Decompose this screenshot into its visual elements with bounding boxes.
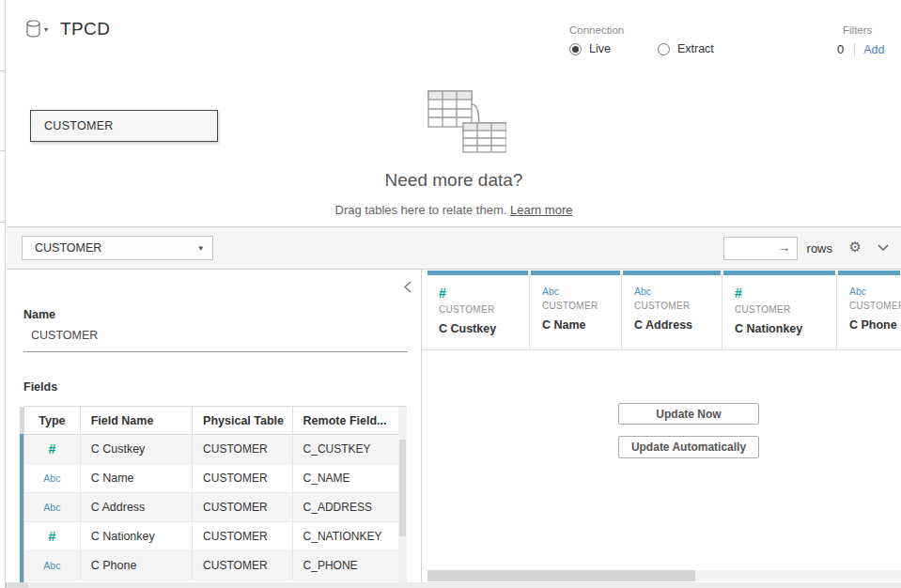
fields-table: Type Field Name Physical Table Remote Fi… (23, 406, 407, 588)
physical-table-cell: CUSTOMER (193, 493, 292, 521)
chevron-down-icon[interactable] (878, 244, 889, 252)
column-field-label: C Name (542, 318, 621, 332)
grid-column-header[interactable]: # CUSTOMER C Nationkey (723, 271, 837, 349)
rows-label: rows (807, 241, 832, 255)
collapse-panel-icon[interactable] (402, 279, 413, 295)
filters-block: Filters 0 Add (837, 24, 901, 56)
column-table-label: CUSTOMER (735, 304, 836, 315)
grid-hscrollbar-thumb[interactable] (427, 570, 695, 581)
datasource-title: TPCD (60, 19, 110, 39)
table-row[interactable]: Abc C Phone CUSTOMER C_PHONE (24, 551, 406, 580)
field-name-cell: C Name (81, 464, 193, 492)
column-accent-bar (427, 271, 528, 275)
empty-state-title: Need more data? (7, 170, 901, 191)
col-header-type[interactable]: Type (24, 407, 81, 434)
remote-field-cell: C_PHONE (293, 551, 406, 580)
column-field-label: C Nationkey (735, 322, 836, 335)
fields-scrollbar-thumb[interactable] (399, 440, 406, 536)
database-caret-icon[interactable]: ▾ (44, 25, 48, 34)
column-accent-bar (623, 271, 721, 275)
physical-table-cell: CUSTOMER (193, 464, 292, 492)
table-toolbar: CUSTOMER ▾ → rows ⚙ (7, 226, 901, 270)
radio-extract[interactable]: Extract (658, 42, 714, 55)
grid-hscrollbar-track (427, 570, 901, 581)
grid-column-header[interactable]: Abc CUSTOMER C Name (531, 271, 622, 349)
filters-separator (854, 43, 855, 56)
relationship-canvas: ▾ TPCD Connection Live Extract Filters 0… (7, 0, 901, 226)
table-row[interactable]: # C Custkey CUSTOMER C_CUSTKEY (24, 435, 406, 464)
learn-more-link[interactable]: Learn more (510, 203, 572, 217)
grid-column-header[interactable]: Abc CUSTOMER C Address (623, 271, 722, 349)
radio-live[interactable]: Live (569, 42, 611, 55)
update-automatically-button[interactable]: Update Automatically (618, 436, 759, 458)
name-field-underline (23, 351, 408, 352)
table-details-panel: Name CUSTOMER Fields Type Field Name Phy… (7, 270, 421, 588)
string-type-icon: Abc (43, 560, 60, 571)
go-arrow-icon[interactable]: → (778, 240, 790, 255)
column-field-label: C Custkey (439, 322, 529, 335)
add-filter-link[interactable]: Add (863, 43, 884, 56)
connection-label: Connection (569, 24, 785, 36)
bottom-corner-square (8, 582, 28, 588)
field-name-cell: C Custkey (81, 435, 193, 463)
string-type-icon: Abc (849, 286, 901, 297)
col-header-remote-field[interactable]: Remote Field... (293, 407, 406, 434)
left-collapsed-rail (0, 0, 6, 588)
remote-field-cell: C_ADDRESS (293, 493, 406, 521)
radio-selected-icon[interactable] (569, 43, 582, 55)
remote-field-cell: C_CUSTKEY (293, 435, 406, 463)
gear-icon[interactable]: ⚙ (849, 240, 862, 254)
table-row[interactable]: # C Nationkey CUSTOMER C_NATIONKEY (24, 522, 406, 551)
fields-label: Fields (23, 380, 57, 394)
filters-count: 0 (837, 42, 844, 56)
field-name-cell: C Nationkey (81, 522, 193, 550)
table-row[interactable]: Abc C Address CUSTOMER C_ADDRESS (24, 493, 406, 522)
number-type-icon: # (735, 286, 836, 301)
string-type-icon: Abc (542, 286, 621, 297)
rail-divider (0, 70, 6, 71)
rail-divider (0, 150, 6, 151)
physical-table-cell: CUSTOMER (193, 522, 292, 550)
rail-divider (0, 222, 6, 223)
radio-live-label: Live (589, 42, 611, 55)
string-type-icon: Abc (634, 286, 722, 297)
col-header-physical-table[interactable]: Physical Table (193, 407, 292, 434)
col-header-field-name[interactable]: Field Name (81, 407, 193, 434)
number-type-icon: # (48, 529, 55, 544)
fields-table-accent-header (20, 407, 23, 434)
update-now-button[interactable]: Update Now (618, 403, 759, 425)
bottom-edge-strip (0, 582, 901, 588)
number-type-icon: # (439, 286, 529, 301)
number-type-icon: # (48, 441, 55, 456)
fields-table-accent-selected (20, 434, 23, 588)
fields-scrollbar-track (398, 407, 407, 588)
empty-state-text: Drag tables here to relate them. (335, 203, 510, 217)
table-name-field[interactable]: CUSTOMER (31, 329, 98, 342)
physical-table-cell: CUSTOMER (193, 435, 292, 463)
table-row[interactable]: Abc C Name CUSTOMER C_NAME (24, 464, 406, 493)
column-table-label: CUSTOMER (542, 301, 621, 311)
radio-unselected-icon[interactable] (658, 43, 670, 55)
table-select-value: CUSTOMER (35, 241, 101, 255)
column-field-label: C Phone (849, 318, 901, 332)
empty-state-subtitle: Drag tables here to relate them. Learn m… (7, 203, 901, 217)
column-accent-bar (838, 271, 900, 275)
column-table-label: CUSTOMER (634, 301, 722, 311)
fields-table-header: Type Field Name Physical Table Remote Fi… (24, 407, 406, 435)
physical-table-cell: CUSTOMER (193, 551, 292, 580)
rows-input-box: → (723, 237, 798, 260)
database-icon[interactable] (25, 20, 41, 39)
canvas-empty-state: Need more data? Drag tables here to rela… (7, 89, 901, 217)
grid-column-header[interactable]: Abc CUSTOMER C Phone (838, 271, 901, 349)
table-select-dropdown[interactable]: CUSTOMER ▾ (22, 236, 213, 260)
remote-field-cell: C_NATIONKEY (293, 522, 406, 550)
grid-header-border (422, 349, 901, 350)
column-accent-bar (531, 271, 620, 275)
name-label: Name (23, 308, 55, 321)
field-name-cell: C Address (81, 493, 193, 521)
rows-input[interactable] (728, 239, 780, 258)
dropdown-caret-icon: ▾ (198, 243, 203, 253)
grid-column-header[interactable]: # CUSTOMER C Custkey (427, 271, 530, 349)
data-grid-pane: # CUSTOMER C Custkey Abc CUSTOMER C Name… (422, 270, 901, 582)
relate-tables-icon (401, 89, 506, 155)
